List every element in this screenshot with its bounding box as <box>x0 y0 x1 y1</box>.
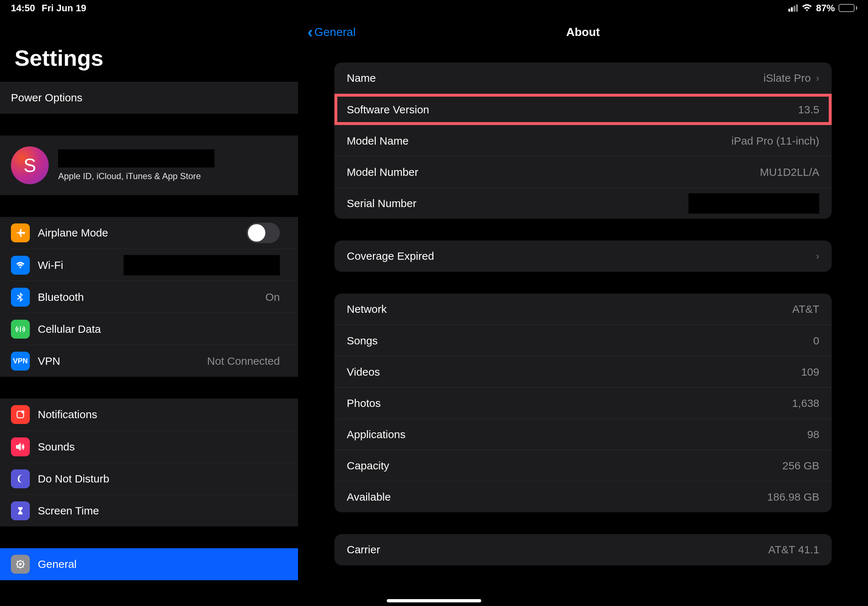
sidebar-item-label: Sounds <box>38 441 280 453</box>
bluetooth-icon <box>11 288 30 307</box>
row-label: Photos <box>347 397 381 410</box>
status-date: Fri Jun 19 <box>42 3 87 14</box>
status-bar: 14:50 Fri Jun 19 87% <box>0 0 868 16</box>
home-indicator[interactable] <box>387 599 481 602</box>
row-label: Carrier <box>347 544 380 556</box>
about-group-device: Name iSlate Pro› Software Version 13.5 M… <box>335 62 832 219</box>
sidebar-item-label: General <box>38 558 280 570</box>
row-value: 13.5 <box>798 104 819 116</box>
row-value: 98 <box>807 428 819 441</box>
sidebar-item-cellular[interactable]: Cellular Data <box>11 313 298 345</box>
battery-percent: 87% <box>816 3 835 14</box>
sidebar-item-power-options[interactable]: Power Options <box>0 82 298 114</box>
sidebar-item-notifications[interactable]: Notifications <box>0 399 298 431</box>
status-time: 14:50 <box>11 3 35 14</box>
about-row-applications: Applications 98 <box>335 419 832 450</box>
about-row-model-name[interactable]: Model Name iPad Pro (11-inch) <box>335 125 832 156</box>
wifi-value-redacted <box>124 255 280 275</box>
row-value: 1,638 <box>792 397 819 410</box>
wifi-icon <box>801 4 812 12</box>
row-value: 186.98 GB <box>767 491 819 503</box>
avatar: S <box>11 147 49 184</box>
account-subtitle: Apple ID, iCloud, iTunes & App Store <box>58 171 214 181</box>
row-label: Model Name <box>347 135 409 147</box>
notifications-icon <box>11 405 30 424</box>
about-group-carrier: Carrier AT&T 41.1 <box>335 534 832 565</box>
airplane-toggle[interactable] <box>246 223 280 243</box>
detail-title: About <box>566 25 600 39</box>
row-value: 256 GB <box>782 459 819 472</box>
sidebar-item-label: Do Not Disturb <box>38 473 280 485</box>
sidebar-item-airplane-mode[interactable]: Airplane Mode <box>0 217 298 249</box>
row-label: Name <box>347 72 376 84</box>
row-value: AT&T 41.1 <box>768 544 819 556</box>
about-row-videos: Videos 109 <box>335 356 832 387</box>
about-row-serial-number[interactable]: Serial Number <box>335 187 832 219</box>
about-row-software-version[interactable]: Software Version 13.5 <box>335 94 832 125</box>
row-label: Model Number <box>347 166 418 178</box>
about-group-coverage: Coverage Expired › <box>335 241 832 272</box>
sidebar-item-label: VPN <box>38 355 199 367</box>
row-value: 0 <box>813 335 819 347</box>
sounds-icon <box>11 437 30 456</box>
row-value: iSlate Pro <box>764 72 811 84</box>
wifi-icon <box>11 256 30 275</box>
row-label: Songs <box>347 335 378 347</box>
vpn-value: Not Connected <box>207 355 280 367</box>
gear-icon <box>11 555 30 574</box>
sidebar-item-do-not-disturb[interactable]: Do Not Disturb <box>11 462 298 495</box>
row-value: AT&T <box>792 303 819 315</box>
row-label: Applications <box>347 428 406 441</box>
settings-sidebar: Settings Power Options S Apple ID, iClou… <box>0 0 298 606</box>
serial-redacted <box>688 193 819 213</box>
detail-header: ‹ General About <box>298 16 868 48</box>
hourglass-icon <box>11 501 30 520</box>
row-label: Available <box>347 491 391 503</box>
row-value: MU1D2LL/A <box>760 166 819 178</box>
row-value: 109 <box>801 366 819 378</box>
about-row-network: Network AT&T <box>335 294 832 325</box>
detail-panel: ‹ General About Name iSlate Pro› Softwar… <box>298 0 868 606</box>
row-label: Capacity <box>347 459 389 472</box>
sidebar-item-label: Cellular Data <box>38 323 280 335</box>
back-label: General <box>315 25 356 39</box>
about-row-capacity: Capacity 256 GB <box>335 450 832 481</box>
back-button[interactable]: ‹ General <box>307 24 356 40</box>
about-row-name[interactable]: Name iSlate Pro› <box>335 62 832 94</box>
sidebar-item-sounds[interactable]: Sounds <box>11 431 298 462</box>
row-label: Coverage Expired <box>347 250 434 262</box>
sidebar-item-label: Wi-Fi <box>38 259 116 271</box>
row-label: Videos <box>347 366 380 378</box>
row-label: Network <box>347 303 387 315</box>
svg-point-1 <box>22 411 24 413</box>
svg-point-3 <box>19 563 22 566</box>
about-row-carrier[interactable]: Carrier AT&T 41.1 <box>335 534 832 565</box>
page-title: Settings <box>0 16 298 82</box>
moon-icon <box>11 469 30 488</box>
battery-icon <box>839 4 857 12</box>
airplane-icon <box>11 223 30 242</box>
row-label: Serial Number <box>347 197 417 210</box>
about-row-model-number[interactable]: Model Number MU1D2LL/A <box>335 156 832 187</box>
sidebar-item-label: Screen Time <box>38 505 280 517</box>
cellular-signal-icon <box>788 5 798 12</box>
sidebar-item-bluetooth[interactable]: Bluetooth On <box>11 281 298 313</box>
sidebar-item-screen-time[interactable]: Screen Time <box>11 495 298 526</box>
sidebar-item-label: Bluetooth <box>38 291 257 303</box>
about-group-stats: Network AT&T Songs 0 Videos 109 Photos 1… <box>335 294 832 512</box>
sidebar-item-apple-id[interactable]: S Apple ID, iCloud, iTunes & App Store <box>0 136 298 195</box>
sidebar-item-vpn[interactable]: VPN VPN Not Connected <box>11 345 298 377</box>
about-row-photos: Photos 1,638 <box>335 387 832 419</box>
cellular-icon <box>11 320 30 339</box>
about-row-coverage[interactable]: Coverage Expired › <box>335 241 832 272</box>
chevron-left-icon: ‹ <box>307 24 313 40</box>
bluetooth-value: On <box>265 291 280 303</box>
sidebar-item-general[interactable]: General <box>0 548 298 580</box>
sidebar-item-wifi[interactable]: Wi-Fi <box>11 249 298 281</box>
sidebar-item-label: Notifications <box>38 408 280 421</box>
about-row-available: Available 186.98 GB <box>335 481 832 512</box>
row-value: iPad Pro (11-inch) <box>731 135 819 147</box>
account-name-redacted <box>58 149 214 167</box>
chevron-right-icon: › <box>816 72 819 84</box>
sidebar-item-label: Power Options <box>11 91 280 104</box>
